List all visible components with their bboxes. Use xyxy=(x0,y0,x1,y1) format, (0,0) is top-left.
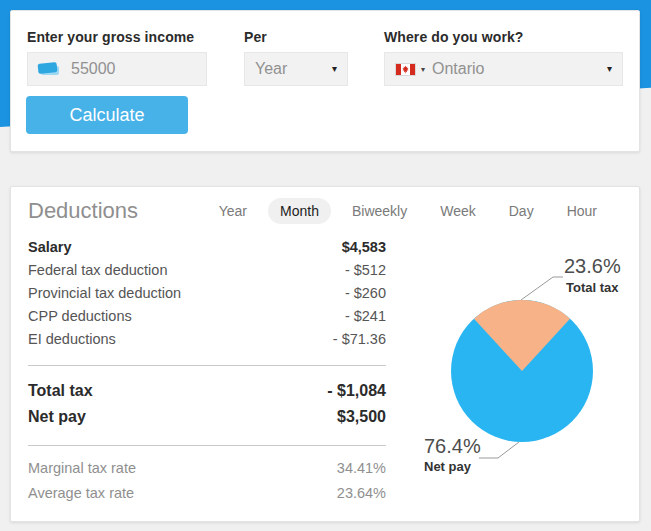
input-fields-row: Enter your gross income 55000 Per Year ▾… xyxy=(27,29,623,86)
row-value: $4,583 xyxy=(342,236,386,259)
table-row-marginal-rate: Marginal tax rate 34.41% xyxy=(28,456,386,481)
row-value: 34.41% xyxy=(337,456,386,481)
period-tabs: Year Month Biweekly Week Day Hour xyxy=(207,198,609,224)
tab-day[interactable]: Day xyxy=(497,198,546,224)
dropdown-arrow-icon: ▾ xyxy=(607,64,612,74)
gross-income-label: Enter your gross income xyxy=(27,29,207,45)
canada-flag-icon[interactable] xyxy=(395,63,416,76)
row-value: - $260 xyxy=(345,282,386,305)
row-label: Average tax rate xyxy=(28,481,134,506)
deductions-card: Deductions Year Month Biweekly Week Day … xyxy=(10,186,640,522)
where-field: Where do you work? ▾ Ontario xyxy=(384,29,623,86)
net-pay-leader-line xyxy=(479,442,519,458)
per-field: Per Year ▾ xyxy=(244,29,348,86)
row-label: Federal tax deduction xyxy=(28,259,167,282)
total-tax-label: Total tax xyxy=(566,280,619,295)
row-label: CPP deductions xyxy=(28,305,132,328)
deductions-header: Deductions Year Month Biweekly Week Day … xyxy=(28,198,609,224)
region-selected-value: Ontario xyxy=(432,60,607,78)
table-row-salary: Salary $4,583 xyxy=(28,236,386,259)
maple-leaf-icon xyxy=(401,65,410,74)
calculate-button[interactable]: Calculate xyxy=(26,96,188,134)
table-row-federal-tax: Federal tax deduction - $512 xyxy=(28,259,386,282)
per-selected-value: Year xyxy=(255,60,332,78)
gross-income-input[interactable]: 55000 xyxy=(27,52,207,86)
row-value: - $241 xyxy=(345,305,386,328)
gross-income-value: 55000 xyxy=(71,60,116,78)
tab-year[interactable]: Year xyxy=(207,198,259,224)
row-value: - $512 xyxy=(345,259,386,282)
deductions-table: Salary $4,583 Federal tax deduction - $5… xyxy=(28,236,386,506)
table-divider xyxy=(28,445,386,446)
row-label: Salary xyxy=(28,236,72,259)
table-row-average-rate: Average tax rate 23.64% xyxy=(28,481,386,506)
dropdown-arrow-icon: ▾ xyxy=(332,64,337,74)
tab-week[interactable]: Week xyxy=(428,198,488,224)
tax-calculator-page: Enter your gross income 55000 Per Year ▾… xyxy=(0,0,651,531)
row-value: - $71.36 xyxy=(333,328,386,351)
net-pay-percentage: 76.4% xyxy=(424,435,481,458)
table-row-provincial-tax: Provincial tax deduction - $260 xyxy=(28,282,386,305)
row-value: 23.64% xyxy=(337,481,386,506)
tab-hour[interactable]: Hour xyxy=(555,198,609,224)
region-select[interactable]: ▾ Ontario ▾ xyxy=(384,52,623,86)
per-select[interactable]: Year ▾ xyxy=(244,52,348,86)
row-value: $3,500 xyxy=(337,404,386,430)
income-input-card: Enter your gross income 55000 Per Year ▾… xyxy=(10,10,640,152)
total-tax-percentage: 23.6% xyxy=(564,255,621,278)
row-label: Net pay xyxy=(28,404,86,430)
net-pay-label: Net pay xyxy=(424,459,471,474)
banknote-icon xyxy=(38,63,59,75)
table-row-ei: EI deductions - $71.36 xyxy=(28,328,386,351)
row-label: EI deductions xyxy=(28,328,116,351)
row-label: Provincial tax deduction xyxy=(28,282,181,305)
row-label: Total tax xyxy=(28,378,93,404)
gross-income-field: Enter your gross income 55000 xyxy=(27,29,207,86)
deductions-title: Deductions xyxy=(28,198,138,224)
deductions-pie-chart: 23.6% Total tax 76.4% Net pay xyxy=(411,241,651,501)
row-label: Marginal tax rate xyxy=(28,456,136,481)
where-label: Where do you work? xyxy=(384,29,623,45)
table-divider xyxy=(28,365,386,366)
row-value: - $1,084 xyxy=(327,378,386,404)
table-row-total-tax: Total tax - $1,084 xyxy=(28,378,386,404)
table-row-cpp: CPP deductions - $241 xyxy=(28,305,386,328)
total-tax-leader-line xyxy=(521,277,563,300)
tab-biweekly[interactable]: Biweekly xyxy=(340,198,419,224)
per-label: Per xyxy=(244,29,348,45)
table-row-net-pay: Net pay $3,500 xyxy=(28,404,386,430)
tab-month[interactable]: Month xyxy=(268,198,331,224)
flag-dropdown-arrow-icon: ▾ xyxy=(421,65,425,74)
